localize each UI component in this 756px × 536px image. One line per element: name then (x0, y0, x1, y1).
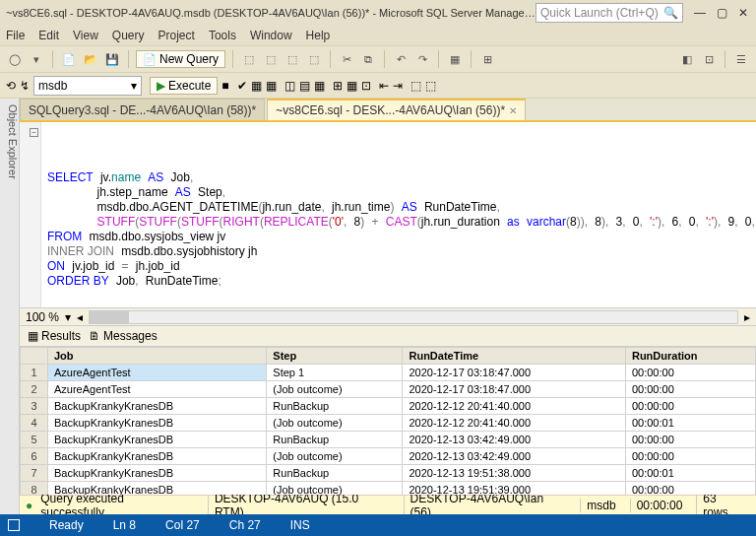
tool-icon[interactable]: ⊡ (361, 79, 371, 93)
close-button[interactable]: ✕ (736, 6, 750, 20)
tool-icon[interactable]: ⬚ (284, 50, 301, 68)
cell[interactable]: BackupKrankyKranesDB (48, 432, 267, 448)
cell[interactable]: RunBackup (267, 432, 403, 448)
menu-view[interactable]: View (73, 29, 98, 42)
menu-tools[interactable]: Tools (209, 29, 236, 42)
stop-icon[interactable]: ■ (221, 79, 228, 93)
menu-file[interactable]: File (6, 29, 25, 42)
menu-project[interactable]: Project (158, 29, 195, 42)
menu-edit[interactable]: Edit (38, 29, 59, 42)
column-header[interactable] (21, 348, 48, 365)
execute-button[interactable]: ▶Execute (150, 77, 218, 95)
cell[interactable]: 2020-12-13 03:42:49.000 (403, 448, 625, 465)
cell[interactable]: 00:00:00 (625, 482, 755, 496)
cell[interactable]: 00:00:01 (625, 465, 755, 482)
cell[interactable]: 2020-12-13 03:42:49.000 (403, 432, 625, 448)
tool-icon[interactable]: ⬚ (240, 50, 258, 68)
cell[interactable]: 2020-12-13 19:51:38.000 (403, 465, 625, 482)
horizontal-scrollbar[interactable] (89, 310, 738, 324)
tool-icon[interactable]: ☰ (732, 50, 750, 68)
column-header[interactable]: RunDuration (625, 348, 755, 365)
fold-icon[interactable]: − (30, 128, 38, 137)
table-row[interactable]: 8BackupKrankyKranesDB(Job outcome)2020-1… (21, 482, 756, 496)
indent-icon[interactable]: ⇤ (379, 79, 389, 93)
save-icon[interactable]: 💾 (103, 50, 121, 68)
outdent-icon[interactable]: ⇥ (393, 79, 403, 93)
column-header[interactable]: RunDateTime (403, 348, 625, 365)
table-row[interactable]: 2AzureAgentTest(Job outcome)2020-12-17 0… (21, 381, 756, 398)
menu-help[interactable]: Help (306, 29, 331, 42)
open-file-icon[interactable]: 📂 (82, 50, 99, 68)
undo-icon[interactable]: ↶ (392, 50, 410, 68)
tool-icon[interactable]: ▦ (314, 79, 325, 93)
tool-icon[interactable]: ⊞ (333, 79, 343, 93)
tool-icon[interactable]: ◫ (284, 79, 295, 93)
cell[interactable]: BackupKrankyKranesDB (48, 465, 267, 482)
cut-icon[interactable]: ✂ (338, 50, 355, 68)
table-row[interactable]: 6BackupKrankyKranesDB(Job outcome)2020-1… (21, 448, 756, 465)
scroll-right-icon[interactable]: ▸ (744, 310, 750, 324)
table-row[interactable]: 7BackupKrankyKranesDBRunBackup2020-12-13… (21, 465, 756, 482)
zoom-dropdown-icon[interactable]: ▾ (65, 310, 71, 324)
cell[interactable]: BackupKrankyKranesDB (48, 448, 267, 465)
tool-icon[interactable]: ▤ (299, 79, 310, 93)
results-tab[interactable]: ▦Results (28, 329, 81, 343)
tool-icon[interactable]: ⊞ (478, 50, 496, 68)
tool-icon[interactable]: ⟲ (6, 79, 16, 93)
maximize-button[interactable]: ▢ (715, 6, 728, 20)
tool-icon[interactable]: ↯ (20, 79, 30, 93)
cell[interactable]: BackupKrankyKranesDB (48, 482, 267, 496)
minimize-button[interactable]: — (693, 6, 707, 20)
tool-icon[interactable]: ⊡ (700, 50, 718, 68)
close-tab-icon[interactable]: ✕ (509, 105, 517, 116)
cell[interactable]: 00:00:00 (625, 381, 755, 398)
results-grid[interactable]: JobStepRunDateTimeRunDuration 1AzureAgen… (20, 347, 756, 495)
cell[interactable]: (Job outcome) (267, 415, 403, 432)
table-row[interactable]: 4BackupKrankyKranesDB(Job outcome)2020-1… (21, 415, 756, 432)
cell[interactable]: (Job outcome) (267, 381, 403, 398)
tool-icon[interactable]: ⬚ (425, 79, 436, 93)
zoom-level[interactable]: 100 % (26, 310, 59, 324)
cell[interactable]: 00:00:00 (625, 432, 755, 448)
table-row[interactable]: 1AzureAgentTestStep 12020-12-17 03:18:47… (21, 365, 756, 381)
column-header[interactable]: Step (267, 348, 403, 365)
new-query-button[interactable]: 📄 New Query (136, 50, 225, 68)
table-row[interactable]: 3BackupKrankyKranesDBRunBackup2020-12-12… (21, 398, 756, 415)
tool-icon[interactable]: ◧ (678, 50, 696, 68)
cell[interactable]: RunBackup (267, 398, 403, 415)
object-explorer-tab[interactable]: Object Explorer (0, 99, 20, 514)
cell[interactable]: (Job outcome) (267, 482, 403, 496)
tool-icon[interactable]: ▦ (266, 79, 277, 93)
menu-query[interactable]: Query (112, 29, 145, 42)
cell[interactable]: AzureAgentTest (48, 365, 267, 381)
menu-window[interactable]: Window (250, 29, 292, 42)
cell[interactable]: 2020-12-12 20:41:40.000 (403, 415, 625, 432)
tool-icon[interactable]: ⬚ (262, 50, 280, 68)
parse-icon[interactable]: ✔ (237, 79, 247, 93)
copy-icon[interactable]: ⧉ (359, 50, 377, 68)
cell[interactable]: 2020-12-13 19:51:39.000 (403, 482, 625, 496)
cell[interactable]: 2020-12-12 20:41:40.000 (403, 398, 625, 415)
cell[interactable]: RunBackup (267, 465, 403, 482)
cell[interactable]: Step 1 (267, 365, 403, 381)
tool-icon[interactable]: ▦ (446, 50, 464, 68)
cell[interactable]: BackupKrankyKranesDB (48, 415, 267, 432)
back-button[interactable]: ◯ (6, 50, 24, 68)
quick-launch-input[interactable]: Quick Launch (Ctrl+Q) 🔍 (536, 3, 683, 23)
sql-editor[interactable]: − SELECT jv.name AS Job, jh.step_name AS… (20, 122, 756, 307)
tool-icon[interactable]: ⬚ (410, 79, 421, 93)
redo-icon[interactable]: ↷ (413, 50, 431, 68)
tool-icon[interactable]: ▦ (251, 79, 262, 93)
database-selector[interactable]: msdb▾ (33, 76, 142, 96)
scroll-left-icon[interactable]: ◂ (77, 310, 83, 324)
cell[interactable]: 2020-12-17 03:18:47.000 (403, 381, 625, 398)
cell[interactable]: BackupKrankyKranesDB (48, 398, 267, 415)
tool-icon[interactable]: ▦ (346, 79, 357, 93)
cell[interactable]: (Job outcome) (267, 448, 403, 465)
table-row[interactable]: 5BackupKrankyKranesDBRunBackup2020-12-13… (21, 432, 756, 448)
cell[interactable]: 2020-12-17 03:18:47.000 (403, 365, 625, 381)
tool-icon[interactable]: ⬚ (305, 50, 323, 68)
document-tab[interactable]: ~vs8CE6.sql - DESK...-4AV6AUQ\Ian (56))*… (267, 99, 526, 120)
column-header[interactable]: Job (48, 348, 267, 365)
cell[interactable]: 00:00:01 (625, 415, 755, 432)
